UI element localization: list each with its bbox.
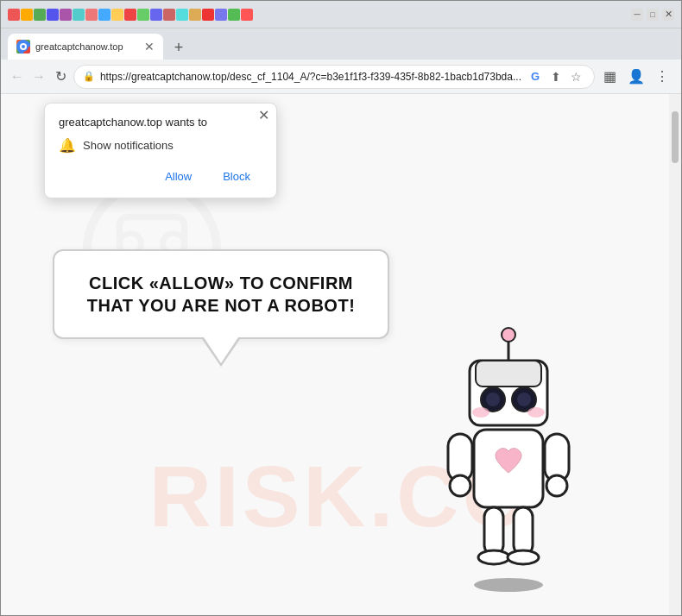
active-tab[interactable]: greatcaptchanow.top ✕ bbox=[8, 34, 163, 60]
new-tab-button[interactable]: + bbox=[167, 35, 191, 60]
profile-button[interactable]: 👤 bbox=[624, 65, 648, 89]
lock-icon: 🔒 bbox=[83, 71, 95, 82]
maximize-button[interactable]: □ bbox=[647, 9, 659, 21]
svg-point-19 bbox=[527, 407, 545, 418]
svg-point-17 bbox=[517, 393, 531, 406]
popup-notification-row: 🔔 Show notifications bbox=[59, 137, 262, 154]
notification-label: Show notifications bbox=[83, 139, 174, 152]
page-content: RISK.CO ✕ greatcaptchanow.top wants to 🔔… bbox=[1, 94, 681, 615]
minimize-button[interactable]: ─ bbox=[631, 9, 643, 21]
svg-point-22 bbox=[450, 475, 470, 496]
svg-point-24 bbox=[546, 475, 567, 496]
title-favicon-16 bbox=[202, 9, 214, 21]
title-favicon-5 bbox=[60, 9, 72, 21]
title-favicon-6 bbox=[73, 9, 85, 21]
svg-point-3 bbox=[22, 45, 25, 48]
address-text: https://greatcaptchanow.top/desc_cf_1104… bbox=[100, 71, 521, 83]
title-favicon-8 bbox=[98, 9, 111, 21]
tab-bar: greatcaptchanow.top ✕ + bbox=[1, 28, 681, 60]
nav-right-icons: ▦ 👤 ⋮ bbox=[598, 65, 674, 89]
svg-rect-13 bbox=[476, 361, 541, 387]
title-favicon-12 bbox=[150, 9, 162, 21]
tab-close-button[interactable]: ✕ bbox=[144, 40, 155, 53]
reload-button[interactable]: ↻ bbox=[52, 65, 70, 89]
title-favicon-17 bbox=[215, 9, 227, 21]
svg-point-27 bbox=[478, 550, 509, 564]
popup-title: greatcaptchanow.top wants to bbox=[59, 116, 262, 129]
address-icons: G ⬆ ☆ bbox=[527, 68, 585, 85]
title-favicon-3 bbox=[34, 9, 46, 21]
forward-button[interactable]: → bbox=[29, 65, 47, 89]
close-button[interactable]: ✕ bbox=[662, 9, 674, 21]
svg-point-18 bbox=[472, 407, 489, 418]
back-button[interactable]: ← bbox=[8, 65, 26, 89]
title-favicon-11 bbox=[137, 9, 149, 21]
menu-button[interactable]: ⋮ bbox=[650, 65, 674, 89]
svg-rect-26 bbox=[514, 507, 533, 555]
tab-title: greatcaptchanow.top bbox=[35, 41, 139, 52]
star-icon[interactable]: ☆ bbox=[568, 68, 585, 85]
title-favicon-14 bbox=[176, 9, 188, 21]
scrollbar-thumb[interactable] bbox=[672, 111, 679, 163]
svg-point-16 bbox=[486, 393, 500, 406]
speech-bubble: CLICK «ALLOW» TO CONFIRM THAT YOU ARE NO… bbox=[53, 249, 389, 339]
scrollbar[interactable] bbox=[669, 94, 681, 615]
title-favicon-9 bbox=[111, 9, 123, 21]
nav-bar: ← → ↻ 🔒 https://greatcaptchanow.top/desc… bbox=[1, 60, 681, 94]
title-favicon-1 bbox=[8, 9, 20, 21]
title-favicon-2 bbox=[21, 9, 33, 21]
google-icon: G bbox=[527, 68, 544, 85]
bubble-text: CLICK «ALLOW» TO CONFIRM THAT YOU ARE NO… bbox=[87, 273, 356, 315]
allow-button[interactable]: Allow bbox=[153, 166, 204, 187]
svg-rect-25 bbox=[484, 507, 503, 555]
bell-icon: 🔔 bbox=[59, 137, 76, 154]
block-button[interactable]: Block bbox=[211, 166, 262, 187]
title-favicon-18 bbox=[228, 9, 240, 21]
tab-favicon bbox=[16, 40, 30, 53]
share-icon[interactable]: ⬆ bbox=[547, 68, 565, 85]
title-favicon-4 bbox=[47, 9, 59, 21]
svg-point-29 bbox=[474, 578, 543, 592]
svg-point-11 bbox=[502, 328, 515, 342]
address-bar[interactable]: 🔒 https://greatcaptchanow.top/desc_cf_11… bbox=[73, 65, 595, 89]
title-favicon-13 bbox=[163, 9, 175, 21]
window-controls: ─ □ ✕ bbox=[631, 9, 674, 21]
notification-popup: ✕ greatcaptchanow.top wants to 🔔 Show no… bbox=[44, 103, 277, 198]
title-favicon-10 bbox=[124, 9, 136, 21]
title-favicon-15 bbox=[189, 9, 201, 21]
popup-buttons: Allow Block bbox=[59, 166, 262, 187]
title-favicon-19 bbox=[241, 9, 253, 21]
title-bar: ─ □ ✕ bbox=[1, 1, 681, 28]
svg-point-28 bbox=[508, 550, 539, 564]
robot-illustration bbox=[422, 322, 612, 598]
sidebar-button[interactable]: ▦ bbox=[598, 65, 622, 89]
browser-frame: ─ □ ✕ greatcaptchanow.top ✕ + ← → ↻ � bbox=[0, 0, 682, 616]
title-favicon-7 bbox=[85, 9, 98, 21]
popup-close-button[interactable]: ✕ bbox=[258, 109, 269, 123]
